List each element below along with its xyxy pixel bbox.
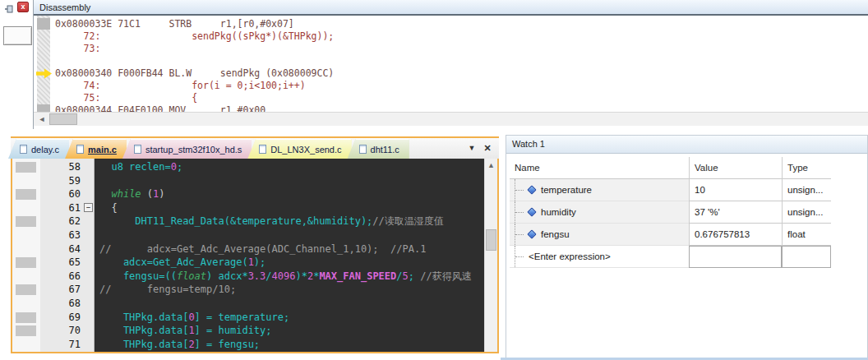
code-line[interactable]: THPkg.data[1] = humidity; (99, 324, 484, 338)
tab-delay-c[interactable]: delay.c (8, 139, 69, 159)
watch-row[interactable]: humidity37 '%'unsign... (510, 201, 864, 224)
fold-collapse-icon[interactable]: − (84, 203, 93, 212)
watch-row[interactable]: fengsu0.676757813float (510, 224, 864, 246)
code-token: ] = humidity; (195, 325, 272, 336)
code-line[interactable]: THPkg.data[2] = fengsu; (99, 338, 484, 352)
editor-vscrollbar[interactable]: ▲ (484, 159, 497, 352)
disassembly-line[interactable]: 72: sendPkg((sPkg*)(&THPkg)); (55, 30, 334, 43)
code-line[interactable] (99, 297, 484, 311)
code-line-mark[interactable] (16, 284, 36, 295)
tab-dht11-c[interactable]: dht11.c (348, 139, 409, 159)
code-line[interactable]: while (1) (99, 187, 484, 201)
code-token: 1 (188, 325, 194, 336)
disassembly-panel: Disassembly 0x0800033E 71C1 STRB r1,[r0,… (33, 0, 868, 129)
code-token: THPkg.data[ (99, 325, 188, 336)
hscrollbar-thumb[interactable] (49, 113, 77, 125)
watch-value-cell[interactable]: 10 (689, 179, 782, 201)
watch-value-cell[interactable]: 37 '%' (689, 201, 782, 224)
disassembly-current-line[interactable]: 0x08000340 F000FB44 BL.W sendPkg (0x0800… (55, 67, 334, 80)
code-token: ); (254, 256, 265, 268)
line-number: 62 (40, 215, 94, 228)
code-line-mark (37, 104, 50, 112)
code-line-mark[interactable] (16, 325, 36, 336)
dock-controls: x (2, 2, 31, 13)
code-line-mark[interactable] (16, 312, 36, 323)
watch-name-cell[interactable]: fengsu (510, 224, 689, 246)
tab-dl-ln3x-send-c[interactable]: DL_LN3X_send.c (247, 139, 351, 159)
watch-type-cell[interactable] (782, 246, 831, 268)
disassembly-line[interactable]: 0x0800033E 71C1 STRB r1,[r0,#0x07] (55, 18, 334, 30)
code-line[interactable]: // adcx=Get_Adc_Average(ADC_Channel_1,10… (99, 242, 484, 256)
disassembly-margin[interactable] (37, 16, 50, 112)
scroll-up-icon[interactable]: ▲ (485, 159, 497, 172)
column-header-value[interactable]: Value (689, 157, 782, 179)
watch-type-cell[interactable]: unsign... (782, 179, 831, 201)
watch-type-cell[interactable]: unsign... (782, 201, 831, 224)
disassembly-line[interactable]: 73: (55, 43, 334, 55)
code-token: ) adcx* (206, 270, 248, 282)
watch-variable-pin-icon (527, 207, 536, 216)
watch-name-cell[interactable]: temperature (510, 179, 689, 201)
code-line[interactable]: adcx=Get_Adc_Average(1); (99, 256, 484, 270)
column-header-name[interactable]: Name (510, 157, 689, 179)
line-number: 59 (40, 174, 94, 188)
code-line[interactable]: DHT11_Read_Data(&temperature,&humidity);… (99, 215, 484, 228)
column-header-type[interactable]: Type (782, 157, 831, 179)
line-number: 58 (40, 160, 94, 174)
breakpoint-margin[interactable] (12, 159, 40, 352)
code-token: / (396, 270, 402, 282)
document-icon (259, 145, 266, 154)
watch-name-cell[interactable]: <Enter expression> (510, 246, 689, 268)
code-line-mark[interactable] (16, 216, 36, 227)
vscrollbar-thumb[interactable] (486, 229, 496, 251)
code-token: DHT11_Read_Data(&temperature,&humidity); (99, 215, 372, 227)
disassembly-line[interactable]: 75: { (55, 92, 334, 104)
watch-value-cell[interactable] (689, 246, 782, 268)
code-token: ( (141, 188, 153, 200)
line-number: 60 (40, 187, 94, 201)
disassembly-hscrollbar[interactable]: ◄ (34, 112, 868, 126)
disassembly-line[interactable] (55, 55, 334, 67)
watch-variable-pin-icon (527, 229, 536, 238)
watch-row[interactable]: temperature10unsign... (510, 179, 864, 201)
code-line[interactable]: THPkg.data[0] = temperature; (99, 311, 484, 325)
tab-startup-stm32f10x-hd-s[interactable]: startup_stm32f10x_hd.s (122, 139, 252, 159)
code-line[interactable]: u8 reclen=0; (99, 160, 484, 174)
code-token: float (177, 270, 206, 282)
tab-main-c[interactable]: main.c (65, 139, 127, 159)
editor-close-icon[interactable]: ✕ (482, 142, 493, 155)
watch-type-cell[interactable]: float (782, 224, 831, 246)
code-line-mark[interactable] (16, 257, 36, 268)
watch-titlebar[interactable]: Watch 1 (506, 136, 867, 154)
code-token: THPkg.data[ (99, 339, 188, 350)
code-line[interactable] (99, 174, 484, 188)
disassembly-line[interactable]: 74: for(i = 0;i<100;i++) (55, 80, 334, 92)
tree-branch (515, 246, 527, 267)
code-line[interactable] (99, 228, 484, 242)
tab-list-dropdown-icon[interactable]: ▼ (466, 142, 478, 155)
watch-variable-name: humidity (541, 207, 576, 217)
code-line[interactable]: fengsu=((float) adcx*3.3/4096)*2*MAX_FAN… (99, 270, 484, 284)
close-icon[interactable]: x (17, 2, 29, 12)
disassembly-line[interactable]: 0x08000344 F04F0100 MOV r1,#0x00 (55, 104, 334, 112)
watch-enter-expression-row[interactable]: <Enter expression> (510, 246, 864, 268)
tab-label: delay.c (31, 145, 59, 155)
code-token: // adcx=Get_Adc_Average(ADC_Channel_1,10… (99, 243, 426, 255)
code-token: THPkg.data[ (99, 312, 188, 323)
pin-icon[interactable] (4, 2, 14, 12)
code-token: // fengsu=temp/10; (99, 284, 236, 295)
disassembly-titlebar[interactable]: Disassembly (34, 0, 868, 16)
disassembly-content[interactable]: 0x0800033E 71C1 STRB r1,[r0,#0x07] 72: s… (34, 16, 868, 112)
watch-variable-name: fengsu (541, 229, 570, 239)
code-token: )* (295, 270, 307, 282)
code-editor-area[interactable]: u8 reclen=0; while (1) { DHT11_Read_Data… (95, 159, 484, 352)
code-line[interactable]: { (99, 201, 484, 215)
watch-name-cell[interactable]: humidity (510, 201, 689, 224)
watch-value-cell[interactable]: 0.676757813 (689, 224, 782, 246)
code-line[interactable]: // fengsu=temp/10; (99, 283, 484, 297)
keil-uvision-debug-view: x Disassembly 0x0800033E 71C1 STRB r1,[r… (0, 0, 868, 360)
tab-label: dht11.c (371, 145, 399, 155)
code-line-mark[interactable] (16, 189, 36, 200)
code-line-mark[interactable] (16, 162, 36, 173)
scroll-left-icon[interactable]: ◄ (35, 113, 48, 126)
